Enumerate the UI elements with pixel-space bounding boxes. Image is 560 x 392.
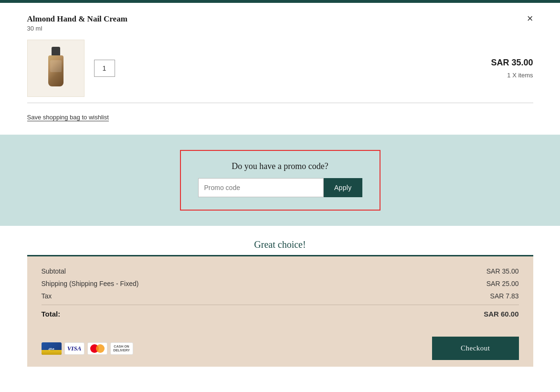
product-price: SAR 35.00 xyxy=(491,58,533,68)
summary-section: Subtotal SAR 35.00 Shipping (Shipping Fe… xyxy=(27,255,533,367)
promo-input-row: Apply xyxy=(198,178,362,197)
subtotal-value: SAR 35.00 xyxy=(486,267,519,275)
checkout-button[interactable]: Checkout xyxy=(432,337,519,360)
subtotal-row: Subtotal SAR 35.00 xyxy=(42,265,519,277)
quantity-box[interactable]: 1 xyxy=(94,60,115,77)
product-image xyxy=(27,40,85,97)
modal-title: Almond Hand & Nail Cream xyxy=(27,14,127,24)
close-button[interactable]: × xyxy=(527,13,533,24)
promo-code-input[interactable] xyxy=(198,178,324,197)
wishlist-link[interactable]: Save shopping bag to wishlist xyxy=(27,114,109,121)
summary-table: Subtotal SAR 35.00 Shipping (Shipping Fe… xyxy=(27,256,533,330)
shipping-label: Shipping (Shipping Fees - Fixed) xyxy=(42,280,139,287)
shipping-row: Shipping (Shipping Fees - Fixed) SAR 25.… xyxy=(42,277,519,290)
shipping-value: SAR 25.00 xyxy=(486,280,519,287)
payment-icons: مدى VISA CASH ON DELIVERY xyxy=(42,342,133,355)
product-right: SAR 35.00 1 X items xyxy=(491,58,533,79)
modal-title-section: Almond Hand & Nail Cream 30 ml xyxy=(27,14,127,32)
apply-button[interactable]: Apply xyxy=(324,178,362,197)
great-choice-heading: Great choice! xyxy=(27,239,533,250)
modal-subtitle: 30 ml xyxy=(27,25,127,32)
cash-on-delivery-icon: CASH ON DELIVERY xyxy=(110,342,133,355)
total-label: Total: xyxy=(42,310,61,318)
summary-footer: مدى VISA CASH ON DELIVERY Checkout xyxy=(27,330,533,367)
tax-label: Tax xyxy=(42,292,52,300)
product-left: 1 xyxy=(27,40,115,97)
modal-overlay: Almond Hand & Nail Cream 30 ml × 1 SAR 3… xyxy=(0,3,560,392)
tube-cap xyxy=(52,47,60,55)
tax-row: Tax SAR 7.83 xyxy=(42,290,519,305)
mastercard-icon xyxy=(87,342,107,355)
total-row: Total: SAR 60.00 xyxy=(42,306,519,320)
product-tube-illustration xyxy=(42,47,69,90)
promo-title: Do you have a promo code? xyxy=(232,161,328,171)
mada-icon: مدى xyxy=(42,342,62,355)
divider xyxy=(27,103,533,103)
mc-circle-right xyxy=(96,344,105,353)
product-row: 1 SAR 35.00 1 X items xyxy=(27,40,533,97)
total-value: SAR 60.00 xyxy=(484,310,518,318)
modal-header: Almond Hand & Nail Cream 30 ml × xyxy=(27,14,533,32)
promo-box: Do you have a promo code? Apply xyxy=(180,150,380,211)
items-count: 1 X items xyxy=(507,72,533,79)
subtotal-label: Subtotal xyxy=(42,267,66,275)
tax-value: SAR 7.83 xyxy=(490,292,519,300)
modal-container: Almond Hand & Nail Cream 30 ml × 1 SAR 3… xyxy=(27,3,533,386)
tube-body xyxy=(48,55,63,86)
visa-icon: VISA xyxy=(64,342,85,355)
promo-section: Do you have a promo code? Apply xyxy=(0,135,560,226)
